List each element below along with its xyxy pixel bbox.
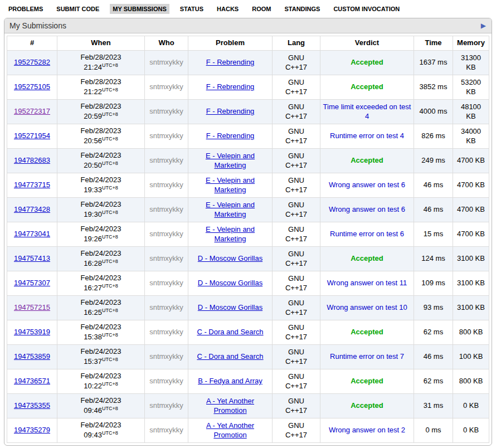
verdict-text[interactable]: Accepted	[351, 328, 383, 336]
user-handle[interactable]: sntmxykky	[149, 303, 183, 311]
submission-id-link[interactable]: 194757413	[14, 254, 50, 262]
verdict-text[interactable]: Wrong answer on test 11	[327, 279, 407, 287]
verdict-cell: Wrong answer on test 6	[320, 173, 414, 198]
problem-link[interactable]: D - Moscow Gorillas	[198, 254, 262, 262]
memory-cell: 53200 KB	[453, 75, 489, 100]
nav-item-custom-invocation[interactable]: CUSTOM INVOCATION	[330, 4, 402, 14]
verdict-text[interactable]: Runtime error on test 7	[330, 352, 404, 361]
memory-cell: 3100 KB	[453, 296, 489, 320]
user-handle[interactable]: sntmxykky	[149, 181, 183, 189]
nav-item-hacks[interactable]: HACKS	[214, 4, 241, 14]
submission-date: Feb/24/2023	[80, 176, 121, 184]
submission-id-link[interactable]: 194753919	[14, 328, 50, 336]
submission-id-link[interactable]: 194773428	[14, 205, 50, 213]
problem-link[interactable]: D - Moscow Gorillas	[198, 279, 262, 287]
timezone-label: UTC+8	[102, 381, 118, 387]
who-cell: sntmxykky	[145, 100, 188, 124]
table-row: 195272317 Feb/28/2023 20:59UTC+8 sntmxyk…	[7, 100, 489, 124]
user-handle[interactable]: sntmxykky	[149, 426, 183, 434]
submission-id-cell: 194757215	[7, 296, 57, 320]
submission-id-link[interactable]: 195271954	[14, 132, 50, 140]
problem-link[interactable]: D - Moscow Gorillas	[198, 303, 262, 311]
nav-item-problems[interactable]: PROBLEMS	[6, 4, 46, 14]
col-header-problem: Problem	[188, 36, 273, 51]
user-handle[interactable]: sntmxykky	[149, 328, 183, 336]
problem-link[interactable]: F - Rebrending	[206, 107, 255, 115]
user-handle[interactable]: sntmxykky	[149, 230, 183, 238]
verdict-text[interactable]: Wrong answer on test 6	[329, 205, 405, 213]
verdict-text[interactable]: Accepted	[351, 377, 383, 385]
submission-id-cell: 195275282	[7, 51, 57, 75]
submission-id-link[interactable]: 194773041	[14, 230, 50, 238]
user-handle[interactable]: sntmxykky	[149, 377, 183, 385]
verdict-text[interactable]: Accepted	[351, 58, 383, 66]
submission-id-link[interactable]: 194735355	[14, 401, 50, 410]
problem-link[interactable]: A - Yet Another Promotion	[206, 421, 254, 439]
submission-id-cell: 194782683	[7, 149, 57, 173]
problem-link[interactable]: E - Velepin and Marketing	[206, 225, 255, 243]
verdict-text[interactable]: Runtime error on test 4	[330, 132, 404, 140]
verdict-text[interactable]: Wrong answer on test 6	[329, 181, 405, 189]
nav-item-standings[interactable]: STANDINGS	[281, 4, 323, 14]
lang-line-2: C++17	[285, 210, 307, 218]
nav-item-submit-code[interactable]: SUBMIT CODE	[54, 4, 102, 14]
verdict-text[interactable]: Accepted	[351, 156, 383, 164]
time-cell: 46 ms	[414, 173, 453, 198]
submission-id-link[interactable]: 195275105	[14, 82, 50, 91]
nav-item-room[interactable]: ROOM	[249, 4, 274, 14]
verdict-text[interactable]: Runtime error on test 6	[330, 230, 404, 238]
submission-time: 21:24	[84, 63, 102, 71]
verdict-text[interactable]: Wrong answer on test 2	[329, 426, 405, 434]
verdict-text[interactable]: Accepted	[351, 254, 383, 262]
problem-link[interactable]: F - Rebrending	[206, 82, 255, 91]
problem-link[interactable]: B - Fedya and Array	[198, 377, 262, 385]
nav-item-my-submissions[interactable]: MY SUBMISSIONS	[110, 4, 169, 14]
user-handle[interactable]: sntmxykky	[149, 132, 183, 140]
user-handle[interactable]: sntmxykky	[149, 401, 183, 410]
submission-id-link[interactable]: 194757215	[14, 303, 50, 311]
collapse-arrow-icon[interactable]: ▶	[481, 22, 486, 29]
problem-cell: D - Moscow Gorillas	[188, 296, 273, 320]
submission-id-link[interactable]: 195275282	[14, 58, 50, 66]
verdict-text[interactable]: Time limit exceeded on test 4	[323, 103, 411, 120]
problem-link[interactable]: F - Rebrending	[206, 132, 255, 140]
verdict-cell: Accepted	[320, 149, 414, 173]
user-handle[interactable]: sntmxykky	[149, 156, 183, 164]
memory-cell: 0 KB	[453, 418, 489, 443]
user-handle[interactable]: sntmxykky	[149, 82, 183, 91]
problem-link[interactable]: E - Velepin and Marketing	[206, 176, 255, 194]
user-handle[interactable]: sntmxykky	[149, 352, 183, 361]
user-handle[interactable]: sntmxykky	[149, 205, 183, 213]
problem-link[interactable]: E - Velepin and Marketing	[206, 201, 255, 218]
submission-date: Feb/24/2023	[80, 372, 121, 380]
when-cell: Feb/24/2023 15:38UTC+8	[57, 320, 145, 345]
problem-link[interactable]: C - Dora and Search	[197, 328, 263, 336]
problem-link[interactable]: E - Velepin and Marketing	[206, 152, 255, 169]
timezone-label: UTC+8	[102, 185, 118, 191]
submission-id-link[interactable]: 194773715	[14, 181, 50, 189]
timezone-label: UTC+8	[102, 87, 118, 92]
user-handle[interactable]: sntmxykky	[149, 279, 183, 287]
lang-line-1: GNU	[288, 152, 304, 160]
verdict-cell: Runtime error on test 7	[320, 345, 414, 369]
nav-item-status[interactable]: STATUS	[177, 4, 206, 14]
submission-id-link[interactable]: 195272317	[14, 107, 50, 115]
submission-id-link[interactable]: 194736571	[14, 377, 50, 385]
problem-link[interactable]: F - Rebrending	[206, 58, 255, 66]
problem-link[interactable]: A - Yet Another Promotion	[206, 397, 254, 415]
submission-id-link[interactable]: 194753859	[14, 352, 50, 361]
table-row: 195275105 Feb/28/2023 21:22UTC+8 sntmxyk…	[7, 75, 489, 100]
verdict-text[interactable]: Accepted	[351, 82, 383, 91]
user-handle[interactable]: sntmxykky	[149, 254, 183, 262]
lang-line-2: C++17	[285, 259, 307, 267]
submission-id-link[interactable]: 194735279	[14, 426, 50, 434]
user-handle[interactable]: sntmxykky	[149, 107, 183, 115]
submission-id-link[interactable]: 194782683	[14, 156, 50, 164]
verdict-text[interactable]: Wrong answer on test 10	[327, 303, 407, 311]
problem-link[interactable]: C - Dora and Search	[197, 352, 263, 361]
submission-id-link[interactable]: 194757307	[14, 279, 50, 287]
submission-time: 09:46	[84, 406, 102, 415]
verdict-text[interactable]: Accepted	[351, 401, 383, 410]
lang-line-1: GNU	[288, 103, 304, 111]
user-handle[interactable]: sntmxykky	[149, 58, 183, 66]
